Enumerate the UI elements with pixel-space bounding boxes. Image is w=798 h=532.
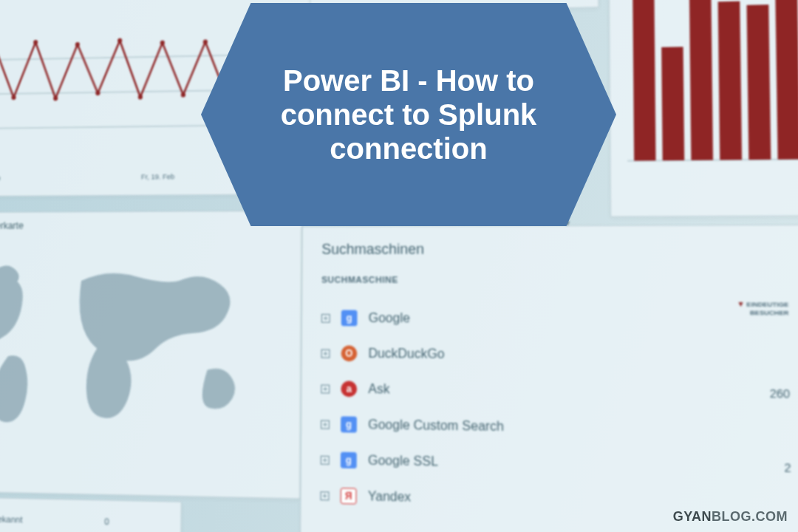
svg-point-7 <box>53 96 58 100</box>
yandex-icon: Я <box>341 488 357 505</box>
search-engine-value: 260 <box>770 386 791 400</box>
svg-point-6 <box>33 40 38 44</box>
duckduckgo-icon: O <box>341 345 358 361</box>
search-engine-name: Yandex <box>368 489 411 505</box>
svg-rect-24 <box>746 4 771 160</box>
unknown-label: Unbekannt <box>0 514 23 524</box>
hero-title: Power BI - How to connect to Splunk conn… <box>248 64 569 166</box>
svg-rect-22 <box>689 0 713 160</box>
search-column-header[interactable]: SUCHMASCHINE <box>321 275 398 284</box>
map-panel-title: Besucherkarte <box>0 220 24 231</box>
search-engine-name: Google Custom Search <box>368 417 504 434</box>
expand-icon[interactable]: + <box>321 455 330 464</box>
expand-icon[interactable]: + <box>321 313 330 322</box>
panel-bar-chart: 20 Std. <box>608 0 798 217</box>
search-engine-name: Google SSL <box>368 453 438 469</box>
search-engine-list: + g Google + O DuckDuckGo + a Ask 260 + … <box>320 300 791 523</box>
line-chart-axis-labels: Fr, 12. Feb Fr, 19. Feb <box>0 173 174 183</box>
expand-icon[interactable]: + <box>321 349 330 358</box>
google-icon: g <box>341 452 357 468</box>
list-item[interactable]: + O DuckDuckGo <box>321 335 789 375</box>
list-item[interactable]: + g Google <box>321 300 789 338</box>
expand-icon[interactable]: + <box>321 491 330 500</box>
svg-rect-23 <box>718 1 742 160</box>
hero-banner: Power BI - How to connect to Splunk conn… <box>201 3 616 226</box>
panel-unknown: Unbekannt 0 <box>0 497 182 532</box>
search-engine-name: DuckDuckGo <box>368 347 444 362</box>
panel-search-engines: Suchmaschinen SUCHMASCHINE ▼ EINDEUTIGE … <box>300 225 798 532</box>
google-icon: g <box>341 416 357 432</box>
watermark: GYANBLOG.COM <box>673 509 788 525</box>
panel-world-map: Besucherkarte <box>0 211 302 499</box>
world-map <box>0 235 279 443</box>
ask-icon: a <box>341 381 357 397</box>
expand-icon[interactable]: + <box>321 420 330 429</box>
search-engine-name: Ask <box>368 382 389 397</box>
svg-rect-21 <box>661 47 684 160</box>
search-panel-title: Suchmaschinen <box>321 241 424 258</box>
expand-icon[interactable]: + <box>321 384 330 393</box>
bar-chart <box>626 0 798 177</box>
svg-point-11 <box>138 95 143 99</box>
search-engine-value: 2 <box>784 461 791 474</box>
svg-rect-25 <box>775 0 798 160</box>
svg-rect-20 <box>632 0 655 161</box>
unknown-value: 0 <box>104 516 109 526</box>
google-icon: g <box>341 310 358 327</box>
list-item[interactable]: + a Ask 260 <box>321 371 790 412</box>
search-engine-name: Google <box>369 311 410 326</box>
